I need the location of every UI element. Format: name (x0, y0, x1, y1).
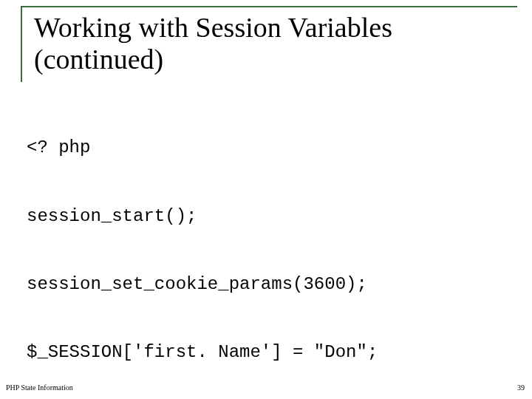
slide-title: Working with Session Variables (continue… (34, 12, 517, 75)
code-line: session_set_cookie_params(3600); (27, 273, 514, 296)
title-container: Working with Session Variables (continue… (21, 6, 517, 82)
slide: Working with Session Variables (continue… (0, 0, 532, 399)
code-line: session_start(); (27, 205, 514, 228)
footer-text: PHP State Information (6, 383, 73, 392)
code-line: <? php (27, 137, 514, 160)
code-line: $_SESSION['first. Name'] = "Don"; (27, 341, 514, 364)
code-block: <? php session_start(); session_set_cook… (27, 92, 514, 399)
page-number: 39 (517, 383, 525, 392)
